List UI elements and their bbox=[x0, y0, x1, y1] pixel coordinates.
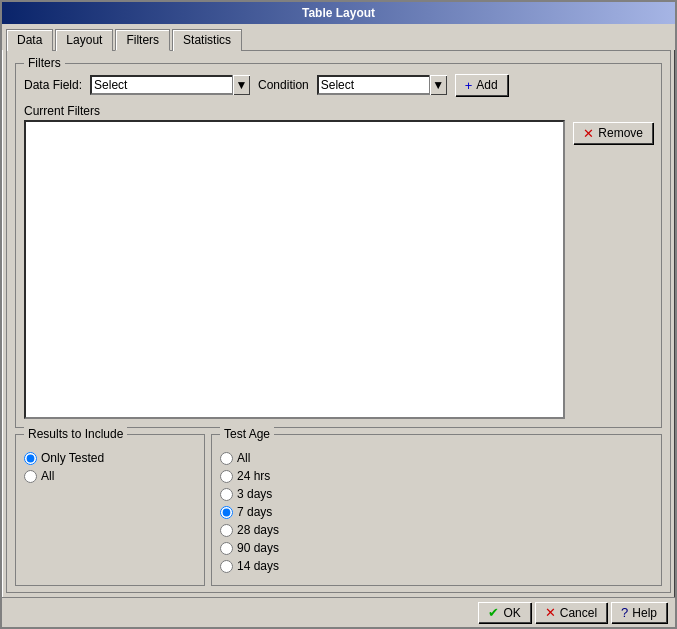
condition-select[interactable]: Select bbox=[317, 75, 447, 95]
results-group-label: Results to Include bbox=[24, 427, 127, 441]
test-age-option-3days: 3 days bbox=[220, 487, 653, 501]
test-age-radio-3days[interactable] bbox=[220, 488, 233, 501]
bottom-bar: ✔ OK ✕ Cancel ? Help bbox=[2, 597, 675, 627]
test-age-option-7days: 7 days bbox=[220, 505, 653, 519]
filters-list-area: Current Filters bbox=[24, 104, 565, 419]
condition-label: Condition bbox=[258, 78, 309, 92]
cancel-icon: ✕ bbox=[545, 605, 556, 620]
data-field-wrapper: Select ▼ bbox=[90, 75, 250, 95]
tab-statistics[interactable]: Statistics bbox=[172, 29, 242, 51]
results-radio-all[interactable] bbox=[24, 470, 37, 483]
help-button[interactable]: ? Help bbox=[611, 602, 667, 623]
results-options: Only Tested All bbox=[24, 451, 196, 483]
filters-group-label: Filters bbox=[24, 56, 65, 70]
test-age-radio-28days[interactable] bbox=[220, 524, 233, 537]
test-age-radio-all[interactable] bbox=[220, 452, 233, 465]
plus-icon: + bbox=[465, 78, 473, 93]
tab-layout[interactable]: Layout bbox=[55, 29, 113, 51]
bottom-panels: Results to Include Only Tested All Test … bbox=[15, 434, 662, 586]
test-age-radio-14days[interactable] bbox=[220, 560, 233, 573]
test-age-option-90days: 90 days bbox=[220, 541, 653, 555]
remove-icon: ✕ bbox=[583, 126, 594, 141]
remove-area: ✕ Remove bbox=[573, 104, 653, 419]
window-title: Table Layout bbox=[302, 6, 375, 20]
results-group: Results to Include Only Tested All bbox=[15, 434, 205, 586]
test-age-option-14days: 14 days bbox=[220, 559, 653, 573]
test-age-radio-24hrs[interactable] bbox=[220, 470, 233, 483]
test-age-radio-7days[interactable] bbox=[220, 506, 233, 519]
current-filters-label: Current Filters bbox=[24, 104, 565, 118]
results-option-all: All bbox=[24, 469, 196, 483]
test-age-option-28days: 28 days bbox=[220, 523, 653, 537]
tab-data[interactable]: Data bbox=[6, 29, 53, 51]
test-age-options: All 24 hrs 3 days 7 days bbox=[220, 451, 653, 573]
test-age-radio-90days[interactable] bbox=[220, 542, 233, 555]
test-age-group: Test Age All 24 hrs 3 days bbox=[211, 434, 662, 586]
main-window: Table Layout Data Layout Filters Statist… bbox=[0, 0, 677, 629]
results-radio-only-tested[interactable] bbox=[24, 452, 37, 465]
data-field-label: Data Field: bbox=[24, 78, 82, 92]
ok-button[interactable]: ✔ OK bbox=[478, 602, 530, 623]
filters-group: Filters Data Field: Select ▼ Condition S… bbox=[15, 63, 662, 428]
check-icon: ✔ bbox=[488, 605, 499, 620]
current-filters-list bbox=[24, 120, 565, 419]
data-field-select[interactable]: Select bbox=[90, 75, 250, 95]
cancel-button[interactable]: ✕ Cancel bbox=[535, 602, 607, 623]
tab-filters[interactable]: Filters bbox=[115, 29, 170, 51]
help-icon: ? bbox=[621, 605, 628, 620]
filters-content: Current Filters ✕ Remove bbox=[24, 104, 653, 419]
content-area: Filters Data Field: Select ▼ Condition S… bbox=[6, 50, 671, 593]
filter-row: Data Field: Select ▼ Condition Select ▼ … bbox=[24, 74, 653, 96]
results-option-only-tested: Only Tested bbox=[24, 451, 196, 465]
test-age-group-label: Test Age bbox=[220, 427, 274, 441]
test-age-option-all: All bbox=[220, 451, 653, 465]
condition-wrapper: Select ▼ bbox=[317, 75, 447, 95]
tab-bar: Data Layout Filters Statistics bbox=[2, 24, 675, 50]
test-age-option-24hrs: 24 hrs bbox=[220, 469, 653, 483]
add-button[interactable]: + Add bbox=[455, 74, 508, 96]
remove-button[interactable]: ✕ Remove bbox=[573, 122, 653, 144]
title-bar: Table Layout bbox=[2, 2, 675, 24]
